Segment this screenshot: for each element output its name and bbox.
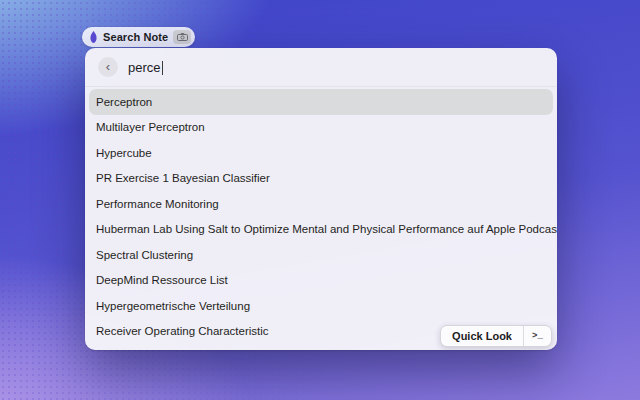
result-row[interactable]: Hypercube	[89, 140, 553, 166]
result-row[interactable]: Performance Monitoring	[89, 191, 553, 217]
back-button[interactable]: ‹	[98, 57, 118, 77]
results-list: PerceptronMultilayer PerceptronHypercube…	[85, 87, 557, 350]
search-panel: ‹ perce PerceptronMultilayer PerceptronH…	[85, 48, 557, 350]
quick-look-button[interactable]: Quick Look	[441, 326, 523, 346]
action-bar: Quick Look >_	[440, 325, 552, 347]
result-row[interactable]: PR Exercise 1 Bayesian Classifier	[89, 166, 553, 192]
text-caret	[162, 61, 164, 75]
terminal-icon[interactable]: >_	[524, 326, 551, 346]
result-row[interactable]: Hypergeometrische Verteilung	[89, 293, 553, 319]
search-input[interactable]: perce	[128, 60, 163, 75]
result-row[interactable]: Multilayer Perceptron	[89, 115, 553, 141]
result-row[interactable]: Spectral Clustering	[89, 242, 553, 268]
result-row[interactable]: DeepMind Ressource List	[89, 268, 553, 294]
quill-note-icon	[89, 31, 98, 43]
launcher-pill-label: Search Note	[103, 31, 168, 43]
search-bar: ‹ perce	[85, 48, 557, 86]
result-row[interactable]: Huberman Lab Using Salt to Optimize Ment…	[89, 217, 553, 243]
launcher-pill[interactable]: Search Note	[82, 27, 195, 47]
result-row[interactable]: Perceptron	[89, 89, 553, 115]
camera-icon	[173, 30, 191, 44]
search-query-text: perce	[128, 60, 161, 75]
